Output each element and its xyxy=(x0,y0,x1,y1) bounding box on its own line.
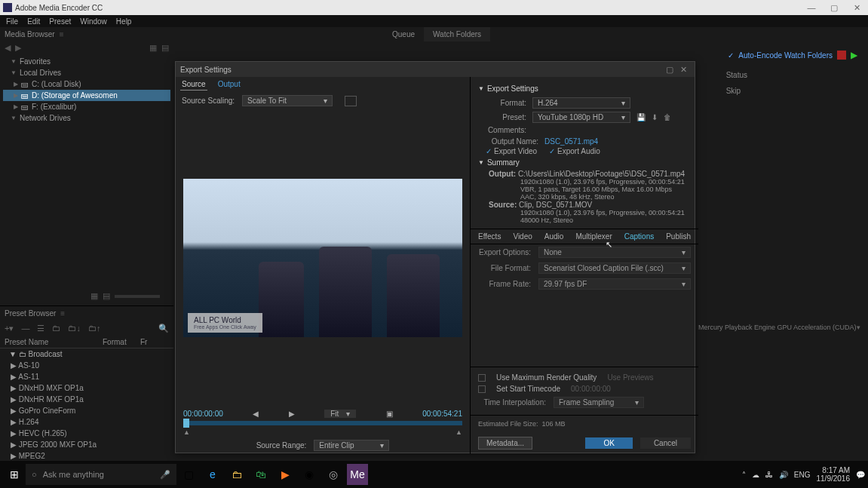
frame-rate-dropdown[interactable]: 29.97 fps DF▾ xyxy=(538,278,691,290)
prev-frame-icon[interactable]: ◀ xyxy=(253,410,259,418)
use-max-quality-checkbox[interactable] xyxy=(478,374,486,382)
col-format[interactable]: Format xyxy=(103,338,140,346)
export-audio-checkbox[interactable]: ✓ xyxy=(549,147,555,155)
menu-edit[interactable]: Edit xyxy=(27,17,40,26)
metadata-button[interactable]: Metadata... xyxy=(478,437,532,450)
export-preset-icon[interactable]: 🗀↑ xyxy=(88,324,101,333)
preset-dropdown[interactable]: YouTube 1080p HD▾ xyxy=(532,112,630,123)
tray-clock[interactable]: 8:17 AM 11/9/2016 xyxy=(817,466,851,483)
auto-encode-checkbox[interactable]: ✓ xyxy=(728,51,734,60)
minimize-button[interactable]: — xyxy=(800,3,823,12)
drive-c[interactable]: ▶ 🖴 C: (Local Disk) xyxy=(3,78,170,90)
mic-icon[interactable]: 🎤 xyxy=(160,470,170,480)
preset-item[interactable]: ▶ GoPro CineForm xyxy=(6,405,173,416)
delete-preset-icon[interactable]: — xyxy=(21,324,29,333)
view-thumb-icon[interactable]: ▤ xyxy=(161,43,169,53)
source-scaling-dropdown[interactable]: Scale To Fit▾ xyxy=(242,95,333,106)
in-point-icon[interactable]: ▲ xyxy=(183,428,190,436)
next-frame-icon[interactable]: ▶ xyxy=(289,410,295,418)
store-icon[interactable]: 🛍 xyxy=(250,464,271,485)
preset-item[interactable]: ▶ H.264 xyxy=(6,416,173,428)
preset-settings-icon[interactable]: ☰ xyxy=(37,324,44,333)
forward-icon[interactable]: ▶ xyxy=(15,43,21,53)
out-point-icon[interactable]: ▲ xyxy=(455,428,462,436)
menu-window[interactable]: Window xyxy=(80,17,107,26)
playhead[interactable] xyxy=(183,419,189,428)
source-range-dropdown[interactable]: Entire Clip▾ xyxy=(314,440,389,451)
export-video-checkbox[interactable]: ✓ xyxy=(486,147,492,155)
group-broadcast[interactable]: ▼ 🗀 Broadcast xyxy=(6,348,173,360)
chrome-icon[interactable]: ◉ xyxy=(299,464,320,485)
search-box[interactable]: ○ Ask me anything 🎤 xyxy=(26,464,176,485)
tray-lang[interactable]: ENG xyxy=(794,471,811,479)
preset-item[interactable]: ▶ HEVC (H.265) xyxy=(6,428,173,439)
time-interp-dropdown[interactable]: Frame Sampling▾ xyxy=(554,397,644,408)
output-name-link[interactable]: DSC_0571.mp4 xyxy=(544,137,598,146)
tray-cloud-icon[interactable]: ☁ xyxy=(752,471,759,479)
crop-icon[interactable] xyxy=(345,96,357,106)
drive-d[interactable]: ▶ 🖴 D: (Storage of Awesomen xyxy=(3,90,170,101)
back-icon[interactable]: ◀ xyxy=(5,43,11,53)
close-button[interactable]: ✕ xyxy=(845,3,868,13)
obs-icon[interactable]: ◎ xyxy=(323,464,344,485)
tab-output[interactable]: Output xyxy=(216,78,242,91)
preset-item[interactable]: ▶ JPEG 2000 MXF OP1a xyxy=(6,439,173,450)
file-explorer-icon[interactable]: 🗀 xyxy=(226,464,247,485)
fit-dropdown[interactable]: Fit▾ xyxy=(324,410,356,418)
col-preset-name[interactable]: Preset Name xyxy=(5,338,103,346)
tab-source[interactable]: Source xyxy=(180,78,207,91)
preset-item[interactable]: ▶ AS-11 xyxy=(6,371,173,382)
tray-network-icon[interactable]: 🖧 xyxy=(765,471,773,479)
import-preset-icon[interactable]: ⬇ xyxy=(652,113,658,121)
new-folder-icon[interactable]: 🗀 xyxy=(52,324,60,333)
panel-menu-icon[interactable]: ≡ xyxy=(60,309,65,318)
view-list-icon[interactable]: ▦ xyxy=(149,43,157,53)
preset-item[interactable]: ▶ AS-10 xyxy=(6,360,173,371)
dialog-maximize[interactable]: ▢ xyxy=(663,65,676,75)
task-view-icon[interactable]: ▢ xyxy=(178,464,199,485)
format-dropdown[interactable]: H.264▾ xyxy=(532,97,630,109)
col-fr[interactable]: Fr xyxy=(140,338,147,346)
tab-video[interactable]: Video xyxy=(513,232,532,241)
delete-preset-icon[interactable]: 🗑 xyxy=(664,113,671,121)
thumb-slider[interactable] xyxy=(115,295,160,298)
preset-item[interactable]: ▶ MPEG2 xyxy=(6,450,173,462)
tab-effects[interactable]: Effects xyxy=(478,232,501,241)
set-start-timecode-checkbox[interactable] xyxy=(478,385,486,393)
tab-publish[interactable]: Publish xyxy=(666,232,691,241)
start-button[interactable]: ⊞ xyxy=(3,468,26,480)
add-preset-icon[interactable]: +▾ xyxy=(5,324,14,333)
preset-item[interactable]: ▶ DNxHD MXF OP1a xyxy=(6,382,173,394)
thumb-large-icon[interactable]: ▤ xyxy=(103,291,110,301)
tray-notifications-icon[interactable]: 💬 xyxy=(856,471,865,479)
ok-button[interactable]: OK xyxy=(585,437,632,449)
time-in[interactable]: 00:00:00:00 xyxy=(183,410,223,418)
search-icon[interactable]: 🔍 xyxy=(158,324,169,333)
movies-icon[interactable]: ▶ xyxy=(275,464,296,485)
network-drives-node[interactable]: ▼Network Drives xyxy=(3,112,170,124)
media-encoder-icon[interactable]: Me xyxy=(347,464,368,485)
edge-icon[interactable]: e xyxy=(202,464,223,485)
time-out[interactable]: 00:00:54:21 xyxy=(422,410,462,418)
drive-f[interactable]: ▶ 🖴 F: (Excalibur) xyxy=(3,101,170,112)
preset-item[interactable]: ▶ DNxHR MXF OP1a xyxy=(6,394,173,405)
export-options-dropdown[interactable]: None▾ xyxy=(538,247,691,258)
maximize-button[interactable]: ▢ xyxy=(823,3,845,13)
tab-watch-folders[interactable]: Watch Folders xyxy=(424,27,490,41)
panel-menu-icon[interactable]: ≡ xyxy=(60,30,64,38)
renderer-dropdown[interactable]: Mercury Playback Engine GPU Acceleration… xyxy=(698,324,857,331)
menu-file[interactable]: File xyxy=(6,17,18,26)
tab-captions[interactable]: Captions xyxy=(624,232,654,241)
file-format-dropdown[interactable]: Scenarist Closed Caption File (.scc)▾ xyxy=(538,262,691,274)
import-preset-icon[interactable]: 🗀↓ xyxy=(68,324,81,333)
favorites-node[interactable]: ▼Favorites xyxy=(3,56,170,67)
local-drives-node[interactable]: ▼Local Drives xyxy=(3,67,170,78)
tray-volume-icon[interactable]: 🔊 xyxy=(779,471,788,479)
tray-up-icon[interactable]: ˄ xyxy=(742,471,746,479)
play-button[interactable]: ▶ xyxy=(851,50,857,60)
dialog-close[interactable]: ✕ xyxy=(676,65,690,75)
menu-preset[interactable]: Preset xyxy=(49,17,71,26)
tab-audio[interactable]: Audio xyxy=(544,232,564,241)
cancel-button[interactable]: Cancel xyxy=(640,437,691,449)
aspect-icon[interactable]: ▣ xyxy=(386,410,393,418)
